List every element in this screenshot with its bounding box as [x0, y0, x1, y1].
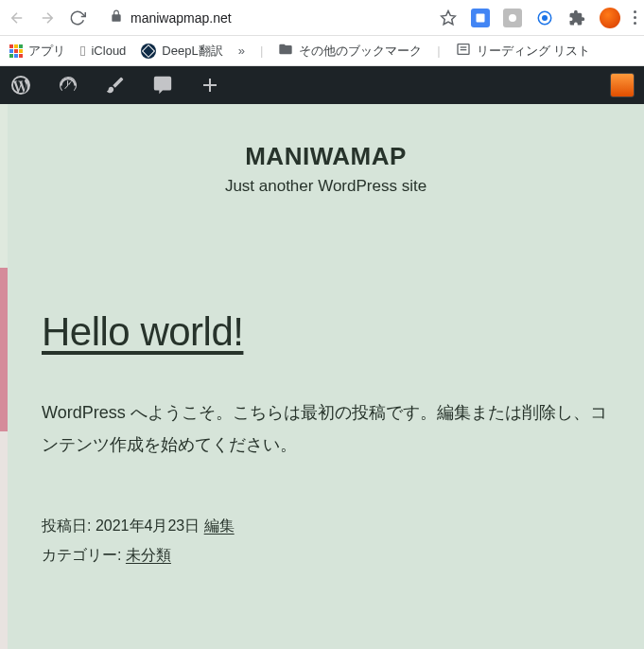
svg-point-4 [542, 15, 548, 21]
extensions-icon[interactable] [567, 9, 586, 27]
customize-icon[interactable] [104, 74, 127, 96]
folder-icon [278, 42, 293, 60]
bookmark-circle-icon[interactable] [535, 9, 554, 27]
browser-toolbar: maniwapmap.net [0, 0, 644, 36]
back-button[interactable] [8, 9, 26, 27]
extension-icon[interactable] [471, 9, 490, 27]
post-meta: 投稿日: 2021年4月23日 編集 カテゴリー: 未分類 [42, 512, 610, 570]
wordpress-logo-icon[interactable] [9, 74, 32, 96]
new-content-icon[interactable] [199, 74, 221, 96]
lock-icon [110, 9, 123, 26]
page-content: MANIWAMAP Just another WordPress site He… [8, 104, 644, 649]
apps-label: アプリ [28, 43, 65, 60]
star-icon[interactable] [439, 9, 458, 27]
post-title[interactable]: Hello world! [42, 309, 610, 355]
post-body: WordPress へようこそ。こちらは最初の投稿です。編集または削除し、コンテ… [42, 396, 610, 461]
meta-date-label: 投稿日: [42, 517, 91, 534]
reload-button[interactable] [68, 9, 87, 27]
deepl-icon [141, 44, 156, 59]
other-bookmarks[interactable]: その他のブックマーク [278, 42, 422, 60]
svg-marker-0 [442, 10, 456, 24]
bookmarks-overflow[interactable]: » [238, 44, 245, 58]
apple-icon:  [80, 43, 85, 59]
chrome-menu-icon[interactable] [634, 10, 636, 25]
apps-shortcut[interactable]: アプリ [9, 43, 65, 60]
list-icon [456, 42, 471, 60]
meta-date-value: 2021年4月23日 [96, 517, 200, 534]
meta-cat-label: カテゴリー: [42, 547, 121, 563]
site-tagline: Just another WordPress site [42, 177, 610, 196]
url-text: maniwapmap.net [131, 10, 232, 26]
page-wrap: MANIWAMAP Just another WordPress site He… [0, 104, 644, 649]
meta-cat-row: カテゴリー: 未分類 [42, 541, 610, 570]
category-link[interactable]: 未分類 [126, 547, 171, 563]
reading-list-label: リーディング リスト [477, 43, 591, 60]
svg-rect-1 [477, 13, 485, 22]
extension-icon-2[interactable] [503, 9, 522, 27]
wp-admin-bar [0, 66, 644, 104]
profile-avatar[interactable] [600, 8, 620, 28]
icloud-label: iCloud [91, 44, 126, 58]
bookmarks-bar: アプリ  iCloud DeepL翻訳 » | その他のブックマーク | リー… [0, 36, 644, 66]
site-title[interactable]: MANIWAMAP [42, 142, 610, 171]
bookmark-icloud[interactable]:  iCloud [80, 43, 126, 59]
other-bookmarks-label: その他のブックマーク [299, 43, 422, 60]
divider: | [260, 44, 263, 58]
left-edge-sliver [0, 104, 8, 649]
address-bar[interactable]: maniwapmap.net [98, 6, 427, 29]
forward-button[interactable] [38, 9, 57, 27]
reading-list[interactable]: リーディング リスト [456, 42, 591, 60]
deepl-label: DeepL翻訳 [162, 43, 222, 60]
wp-user-avatar[interactable] [610, 73, 635, 97]
divider: | [437, 44, 440, 58]
svg-point-2 [509, 14, 516, 22]
apps-grid-icon [9, 44, 23, 58]
comments-icon[interactable] [151, 74, 174, 96]
edit-link[interactable]: 編集 [204, 517, 235, 534]
site-header: MANIWAMAP Just another WordPress site [42, 142, 610, 196]
toolbar-right [439, 8, 636, 28]
meta-date-row: 投稿日: 2021年4月23日 編集 [42, 512, 610, 540]
bookmark-deepl[interactable]: DeepL翻訳 [141, 43, 222, 60]
dashboard-icon[interactable] [57, 74, 79, 96]
